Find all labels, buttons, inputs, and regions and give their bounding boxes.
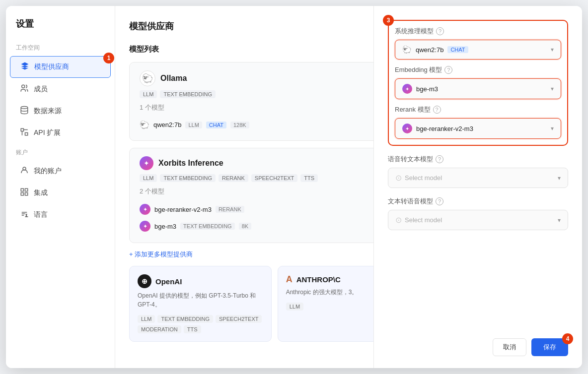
sidebar-badge: 1	[103, 53, 114, 63]
model-tag-8k: 8K	[239, 223, 251, 230]
sidebar: 设置 工作空间 模型供应商 1 成员 数据来源	[6, 6, 115, 368]
model-tag-rerank2: RERANK	[216, 206, 244, 213]
xorbits-icon: ✦	[140, 156, 153, 170]
model-tag-text-emb3: TEXT EMBEDDING	[180, 223, 235, 230]
chevron-down-icon-5: ▾	[558, 217, 561, 224]
ollama-icon: 🐑	[140, 70, 155, 86]
sidebar-item-language[interactable]: 语言	[10, 204, 111, 225]
sidebar-item-label: 集成	[34, 188, 48, 197]
panel-badge-3: 3	[383, 15, 394, 26]
model-name-qwen: qwen2:7b	[153, 121, 181, 128]
xorbits-emb-icon: ✦	[402, 84, 412, 94]
ollama-card-name: Ollama	[160, 74, 187, 83]
cancel-button[interactable]: 取消	[493, 338, 526, 356]
embedding-model-dropdown[interactable]: ✦ bge-m3 ▾	[395, 78, 561, 99]
user-icon	[20, 166, 29, 177]
sidebar-item-label: 模型供应商	[34, 62, 69, 71]
chevron-down-icon: ▾	[551, 46, 554, 53]
tag-text-emb2: TEXT EMBEDDING	[160, 174, 216, 182]
right-panel: 3 系统推理模型 ? 🐑 qwen2:7b CHAT ▾	[373, 6, 582, 368]
text2speech-help-icon[interactable]: ?	[436, 197, 443, 205]
openai-card-tags: LLM TEXT EMBEDDING SPEECH2TEXT MODERATIO…	[138, 315, 263, 333]
anthropic-tag-llm: LLM	[286, 303, 303, 311]
openai-tag-s2t: SPEECH2TEXT	[216, 315, 262, 323]
inference-model-dropdown[interactable]: 🐑 qwen2:7b CHAT ▾	[395, 40, 561, 60]
sidebar-item-label: API 扩展	[34, 128, 61, 137]
rerank-label: Rerank 模型 ?	[395, 105, 561, 114]
highlighted-panel: 3 系统推理模型 ? 🐑 qwen2:7b CHAT ▾	[388, 20, 568, 146]
text2speech-section: 文本转语音模型 ? ⊙ Select model ▾	[388, 197, 568, 230]
chevron-down-icon-2: ▾	[551, 85, 554, 92]
svg-rect-7	[25, 193, 28, 195]
spinner-icon: ⊙	[395, 173, 402, 183]
settings-modal: 设置 工作空间 模型供应商 1 成员 数据来源	[6, 6, 582, 368]
inference-tag: CHAT	[447, 46, 468, 53]
modal-title: 模型供应商	[129, 20, 174, 32]
api-icon	[20, 127, 29, 138]
save-badge: 4	[562, 333, 573, 344]
panel-footer: 取消 保存 4	[388, 332, 568, 356]
speech2text-section: 语音转文本模型 ? ⊙ Select model ▾	[388, 155, 568, 188]
sidebar-item-members[interactable]: 成员	[10, 79, 111, 100]
account-label: 账户	[6, 144, 115, 160]
svg-rect-5	[25, 188, 28, 191]
sidebar-item-model-provider[interactable]: 模型供应商 1	[10, 56, 111, 78]
openai-tag-tts: TTS	[184, 325, 201, 333]
sidebar-item-label: 数据来源	[34, 107, 62, 116]
inference-model-section: 系统推理模型 ? 🐑 qwen2:7b CHAT ▾	[395, 27, 561, 60]
sidebar-item-api-ext[interactable]: API 扩展	[10, 123, 111, 143]
tag-rerank: RERANK	[219, 174, 248, 182]
rerank-model-value: bge-reranker-v2-m3	[416, 125, 473, 132]
model-tag-128k: 128K	[230, 122, 249, 128]
xorbits-model-icon-1: ✦	[140, 204, 150, 215]
sidebar-item-my-account[interactable]: 我的账户	[10, 161, 111, 182]
model-name-bge-m3: bge-m3	[154, 223, 176, 230]
openai-icon: ⊕	[138, 274, 151, 288]
model-tag-llm: LLM	[185, 122, 202, 128]
svg-point-1	[21, 107, 28, 109]
tag-text-embedding: TEXT EMBEDDING	[160, 90, 216, 98]
inference-help-icon[interactable]: ?	[436, 27, 444, 35]
grid-icon	[20, 187, 29, 198]
text2speech-dropdown[interactable]: ⊙ Select model ▾	[388, 210, 568, 230]
openai-tag-emb: TEXT EMBEDDING	[157, 315, 213, 323]
sidebar-item-integrations[interactable]: 集成	[10, 183, 111, 203]
svg-rect-2	[21, 128, 23, 131]
spinner-icon-2: ⊙	[395, 215, 402, 225]
openai-card: ⊕ OpenAI OpenAI 提供的模型，例如 GPT-3.5-Turbo 和…	[129, 266, 272, 342]
cube-icon	[20, 62, 29, 72]
xorbits-model-icon-2: ✦	[140, 221, 150, 232]
svg-rect-4	[21, 188, 23, 191]
sidebar-item-data-source[interactable]: 数据来源	[10, 101, 111, 122]
speech2text-dropdown[interactable]: ⊙ Select model ▾	[388, 168, 568, 188]
model-tag-chat: CHAT	[206, 122, 226, 128]
rerank-help-icon[interactable]: ?	[433, 106, 441, 114]
svg-point-0	[22, 85, 25, 88]
embedding-label: Embedding 模型 ?	[395, 65, 561, 74]
sidebar-item-label: 语言	[34, 210, 48, 219]
xorbits-card-name: Xorbits Inference	[158, 159, 223, 168]
workspace-label: 工作空间	[6, 40, 115, 55]
svg-rect-6	[21, 193, 23, 195]
inference-label: 系统推理模型 ?	[395, 27, 561, 36]
people-icon	[20, 84, 29, 95]
text2speech-placeholder: ⊙ Select model	[395, 215, 442, 225]
text2speech-label: 文本转语音模型 ?	[388, 197, 568, 206]
openai-tag-llm: LLM	[138, 315, 155, 323]
xorbits-rerank-icon: ✦	[402, 124, 412, 133]
model-name-bge-reranker: bge-reranker-v2-m3	[154, 206, 212, 213]
tag-llm: LLM	[140, 90, 157, 98]
sidebar-item-label: 我的账户	[34, 167, 62, 176]
model-icon-qwen: 🐑	[402, 45, 412, 54]
openai-card-name: ⊕ OpenAI	[138, 274, 263, 288]
save-button[interactable]: 保存 4	[531, 338, 568, 356]
embedding-model-section: Embedding 模型 ? ✦ bge-m3 ▾	[395, 65, 561, 99]
embedding-model-value: bge-m3	[416, 85, 438, 93]
translate-icon	[20, 209, 29, 220]
inference-model-value: qwen2:7b	[416, 46, 443, 54]
rerank-model-dropdown[interactable]: ✦ bge-reranker-v2-m3 ▾	[395, 118, 561, 139]
tag-llm2: LLM	[140, 174, 157, 182]
speech2text-help-icon[interactable]: ?	[436, 155, 443, 163]
chevron-down-icon-3: ▾	[551, 125, 554, 132]
embedding-help-icon[interactable]: ?	[444, 66, 452, 74]
